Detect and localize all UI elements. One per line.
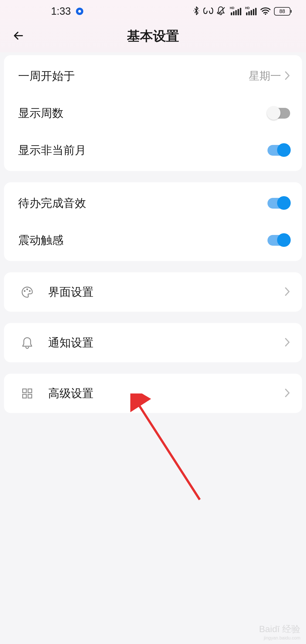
show-non-current-month-toggle[interactable] bbox=[267, 145, 290, 156]
advanced-settings-label: 高级设置 bbox=[48, 386, 94, 401]
show-week-numbers-toggle[interactable] bbox=[267, 108, 290, 119]
notification-dot-icon bbox=[76, 8, 83, 15]
status-right: HD HD 88 bbox=[193, 6, 290, 16]
show-week-numbers-row: 显示周数 bbox=[4, 95, 302, 132]
ui-settings-label: 界面设置 bbox=[48, 284, 94, 300]
notification-settings-row[interactable]: 通知设置 bbox=[4, 323, 302, 362]
svg-rect-6 bbox=[23, 389, 26, 393]
palette-icon bbox=[20, 285, 34, 299]
battery-icon: 88 bbox=[274, 7, 290, 16]
svg-point-3 bbox=[24, 290, 26, 292]
svg-rect-8 bbox=[23, 394, 26, 398]
notification-settings-group: 通知设置 bbox=[4, 323, 302, 362]
settings-group-2: 待办完成音效 震动触感 bbox=[4, 182, 302, 261]
todo-sound-row: 待办完成音效 bbox=[4, 185, 302, 222]
notification-settings-left: 通知设置 bbox=[20, 335, 94, 350]
watermark: Baidī 经验 jingyan.baidu.com bbox=[259, 623, 300, 641]
watermark-url: jingyan.baidu.com bbox=[259, 636, 300, 641]
notification-settings-label: 通知设置 bbox=[48, 335, 94, 350]
todo-sound-toggle[interactable] bbox=[267, 198, 290, 209]
page-title: 基本设置 bbox=[13, 27, 293, 45]
ui-settings-row[interactable]: 界面设置 bbox=[4, 272, 302, 312]
chevron-right-icon bbox=[284, 287, 290, 298]
svg-point-2 bbox=[265, 14, 266, 15]
hd-signal-1-icon: HD bbox=[230, 6, 242, 16]
status-left: 1:33 bbox=[51, 5, 83, 17]
vibration-row: 震动触感 bbox=[4, 222, 302, 259]
header: 基本设置 bbox=[0, 23, 306, 50]
advanced-settings-row[interactable]: 高级设置 bbox=[4, 374, 302, 413]
content: 一周开始于 星期一 显示周数 显示非当前月 待办完成音效 震动触感 bbox=[0, 52, 306, 427]
todo-sound-label: 待办完成音效 bbox=[18, 195, 86, 211]
chevron-right-icon bbox=[284, 388, 290, 399]
week-start-value-wrap: 星期一 bbox=[249, 69, 290, 83]
chevron-right-icon bbox=[284, 71, 290, 82]
svg-point-4 bbox=[26, 288, 28, 290]
show-non-current-month-row: 显示非当前月 bbox=[4, 132, 302, 169]
status-bar: 1:33 HD HD 88 bbox=[0, 0, 306, 23]
svg-rect-7 bbox=[28, 389, 32, 393]
week-start-label: 一周开始于 bbox=[18, 68, 75, 84]
svg-text:HD: HD bbox=[230, 6, 234, 10]
hd-signal-2-icon: HD bbox=[245, 6, 257, 16]
bluetooth-icon bbox=[193, 6, 200, 16]
watermark-brand: Baidī 经验 bbox=[259, 623, 300, 636]
settings-group-1: 一周开始于 星期一 显示周数 显示非当前月 bbox=[4, 55, 302, 171]
status-time: 1:33 bbox=[51, 5, 71, 17]
ui-settings-group: 界面设置 bbox=[4, 272, 302, 312]
week-start-value: 星期一 bbox=[249, 69, 281, 83]
back-arrow-icon bbox=[13, 30, 25, 42]
back-button[interactable] bbox=[13, 30, 25, 43]
vibration-toggle[interactable] bbox=[267, 235, 290, 246]
show-week-numbers-label: 显示周数 bbox=[18, 105, 63, 121]
grid-icon bbox=[20, 387, 34, 400]
advanced-settings-group: 高级设置 bbox=[4, 374, 302, 413]
link-icon bbox=[203, 7, 213, 16]
wifi-icon bbox=[260, 7, 271, 16]
svg-point-5 bbox=[29, 290, 31, 292]
chevron-right-icon bbox=[284, 337, 290, 348]
week-start-row[interactable]: 一周开始于 星期一 bbox=[4, 57, 302, 95]
vibration-label: 震动触感 bbox=[18, 232, 63, 248]
mute-icon bbox=[217, 6, 226, 16]
show-non-current-month-label: 显示非当前月 bbox=[18, 142, 86, 158]
svg-rect-9 bbox=[28, 394, 32, 398]
topbar-area: 1:33 HD HD 88 bbox=[0, 0, 306, 52]
ui-settings-left: 界面设置 bbox=[20, 284, 94, 300]
advanced-settings-left: 高级设置 bbox=[20, 386, 94, 401]
bell-icon bbox=[20, 336, 34, 350]
svg-text:HD: HD bbox=[245, 6, 250, 10]
